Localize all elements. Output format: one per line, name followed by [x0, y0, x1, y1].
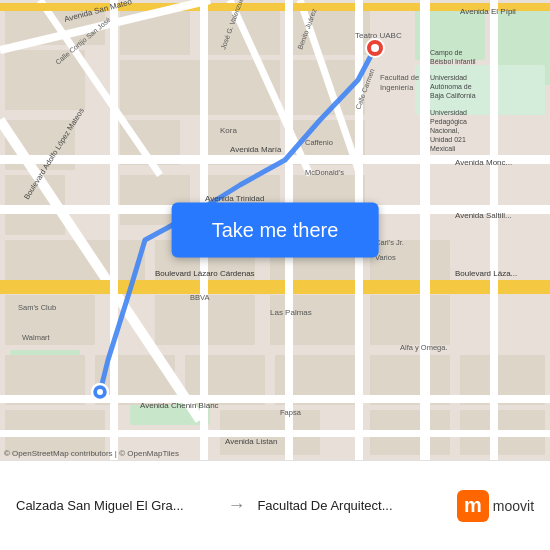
svg-point-99	[371, 44, 379, 52]
svg-text:Carl's Jr.: Carl's Jr.	[375, 238, 404, 247]
svg-text:Avenida Monc...: Avenida Monc...	[455, 158, 512, 167]
svg-text:Béisbol Infantil: Béisbol Infantil	[430, 58, 476, 65]
svg-text:Varios: Varios	[375, 253, 396, 262]
svg-rect-29	[370, 295, 450, 345]
svg-text:Avenida El Pípil: Avenida El Pípil	[460, 7, 516, 16]
svg-text:Avenida María: Avenida María	[230, 145, 282, 154]
svg-text:Autónoma de: Autónoma de	[430, 83, 472, 90]
svg-rect-57	[490, 0, 498, 460]
bottom-panel: Calzada San Miguel El Gra... → Facultad …	[0, 460, 550, 550]
svg-text:Boulevard Lázaro Cárdenas: Boulevard Lázaro Cárdenas	[155, 269, 255, 278]
svg-text:BBVA: BBVA	[190, 293, 209, 302]
svg-text:Facultad de: Facultad de	[380, 73, 419, 82]
arrow-icon: →	[227, 495, 245, 516]
svg-text:Walmart: Walmart	[22, 333, 51, 342]
origin-label: Calzada San Miguel El Gra...	[16, 498, 215, 513]
svg-point-101	[97, 389, 103, 395]
svg-text:Caffenio: Caffenio	[305, 138, 333, 147]
take-me-there-button[interactable]: Take me there	[172, 203, 379, 258]
attribution-text: © OpenStreetMap contributors | © OpenMap…	[4, 449, 179, 458]
svg-text:Pedagógica: Pedagógica	[430, 118, 467, 126]
svg-text:McDonald's: McDonald's	[305, 168, 344, 177]
svg-text:Avenida Chenin Blanc: Avenida Chenin Blanc	[140, 401, 219, 410]
svg-rect-3	[415, 65, 545, 115]
svg-text:Avenida Listan: Avenida Listan	[225, 437, 277, 446]
svg-text:Fapsa: Fapsa	[280, 408, 302, 417]
svg-text:Mexicali: Mexicali	[430, 145, 456, 152]
svg-text:Baja California: Baja California	[430, 92, 476, 100]
svg-text:Ingeniería: Ingeniería	[380, 83, 414, 92]
svg-rect-7	[5, 50, 85, 110]
svg-text:Universidad: Universidad	[430, 74, 467, 81]
map-attribution: © OpenStreetMap contributors | © OpenMap…	[4, 449, 179, 458]
svg-text:Alfa y Omega.: Alfa y Omega.	[400, 343, 448, 352]
destination-info: Facultad De Arquitect...	[257, 498, 456, 513]
svg-rect-27	[270, 295, 360, 345]
svg-text:Avenida Saltill...: Avenida Saltill...	[455, 211, 512, 220]
moovit-logo: m moovit	[457, 490, 534, 522]
svg-rect-50	[0, 395, 550, 403]
svg-rect-56	[420, 0, 430, 460]
map-container: Avenida San Mateo Calle Cortijo San José…	[0, 0, 550, 460]
svg-text:Las Palmas: Las Palmas	[270, 308, 312, 317]
svg-text:Kora: Kora	[220, 126, 237, 135]
svg-rect-51	[0, 430, 550, 437]
svg-text:Boulevard Láza...: Boulevard Láza...	[455, 269, 517, 278]
svg-text:Unidad 021: Unidad 021	[430, 136, 466, 143]
destination-label: Facultad De Arquitect...	[257, 498, 456, 513]
svg-rect-52	[110, 0, 118, 460]
svg-rect-49	[0, 280, 550, 294]
svg-text:Sam's Club: Sam's Club	[18, 303, 56, 312]
moovit-icon: m	[457, 490, 489, 522]
svg-text:Nacional,: Nacional,	[430, 127, 459, 134]
svg-text:Campo de: Campo de	[430, 49, 462, 57]
origin-info: Calzada San Miguel El Gra...	[16, 498, 215, 513]
svg-rect-11	[120, 60, 200, 115]
moovit-text: moovit	[493, 498, 534, 514]
svg-text:Universidad: Universidad	[430, 109, 467, 116]
